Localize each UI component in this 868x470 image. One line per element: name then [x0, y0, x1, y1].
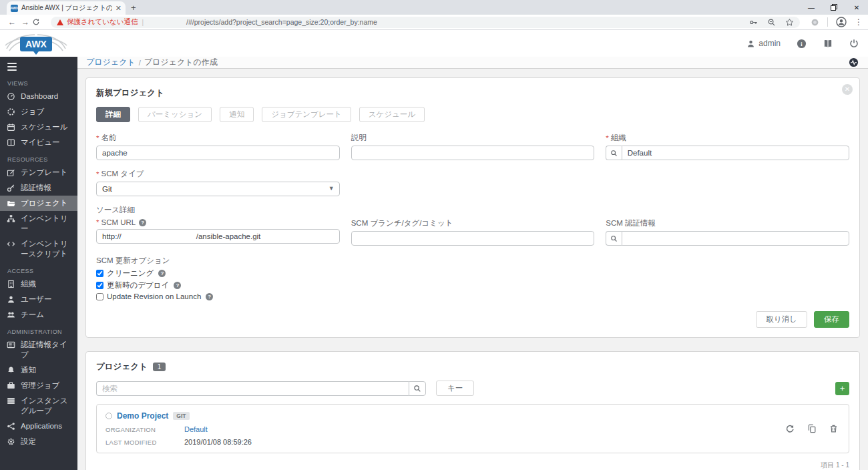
- sidebar-item-my-view[interactable]: マイビュー: [0, 135, 77, 150]
- about-info-icon[interactable]: i: [797, 39, 807, 49]
- name-label: 名前: [101, 133, 116, 143]
- scm-url-help-icon[interactable]: ?: [139, 219, 146, 226]
- scm-credential-input[interactable]: [622, 231, 849, 246]
- search-input[interactable]: [96, 381, 409, 396]
- browser-toolbar: ← → 保護されていない通信 | /#/projects/add?project…: [0, 15, 868, 30]
- project-status-icon[interactable]: [105, 413, 112, 419]
- delete-on-update-help-icon[interactable]: ?: [174, 282, 181, 289]
- sidebar-section-administration: ADMINISTRATION: [0, 322, 77, 337]
- sidebar: VIEWS Dashboard ジョブ スケジュール マイビュー RESOURC…: [0, 57, 77, 470]
- update-on-launch-help-icon[interactable]: ?: [206, 293, 213, 300]
- docs-book-icon[interactable]: [823, 39, 833, 49]
- scm-update-options-heading: SCM 更新オプション: [96, 256, 849, 266]
- tab-close-icon[interactable]: ✕: [116, 5, 122, 12]
- update-on-launch-checkbox[interactable]: [96, 293, 103, 300]
- breadcrumb-separator: /: [139, 59, 141, 67]
- project-row: Demo Project GIT ORGANIZATION Default LA…: [96, 404, 849, 453]
- reload-button[interactable]: [32, 18, 45, 26]
- scm-url-input[interactable]: http:// /ansible-apache.git: [96, 229, 340, 244]
- back-button[interactable]: ←: [5, 17, 19, 27]
- breadcrumb: プロジェクト / プロジェクトの作成: [77, 57, 868, 69]
- delete-trash-icon[interactable]: [829, 424, 838, 433]
- sidebar-item-inventories[interactable]: インベントリー: [0, 211, 77, 236]
- tab-details[interactable]: 詳細: [96, 107, 130, 122]
- address-bar[interactable]: 保護されていない通信 | /#/projects/add?project_sea…: [51, 17, 800, 28]
- cancel-button[interactable]: 取り消し: [756, 311, 807, 328]
- hamburger-menu-icon[interactable]: [0, 57, 77, 74]
- extension-icon[interactable]: [811, 18, 819, 27]
- browser-tabstrip: AWX Ansible AWX | プロジェクトの作成 ✕ + — ✕: [0, 0, 868, 15]
- logout-power-icon[interactable]: [849, 39, 859, 48]
- sidebar-item-templates[interactable]: テンプレート: [0, 165, 77, 180]
- window-close-button[interactable]: ✕: [845, 0, 868, 15]
- name-input[interactable]: [96, 146, 340, 160]
- clean-checkbox[interactable]: [96, 270, 103, 277]
- zoom-icon[interactable]: [767, 18, 776, 27]
- delete-on-update-checkbox[interactable]: [96, 282, 103, 289]
- users-icon: [7, 310, 15, 319]
- security-warning-text: 保護されていない通信: [67, 17, 138, 27]
- bookmark-star-icon[interactable]: [785, 18, 794, 27]
- tab-job-templates[interactable]: ジョブテンプレート: [262, 107, 351, 122]
- tab-notifications[interactable]: 通知: [220, 107, 254, 122]
- clean-help-icon[interactable]: ?: [158, 270, 166, 277]
- description-field-group: 説明: [351, 133, 595, 160]
- browser-menu-icon[interactable]: ⋮: [855, 17, 863, 27]
- sidebar-section-access: ACCESS: [0, 262, 77, 276]
- code-icon: [7, 240, 15, 248]
- sidebar-item-dashboard[interactable]: Dashboard: [0, 89, 77, 104]
- scm-credential-lookup-button[interactable]: [606, 231, 621, 246]
- sidebar-item-applications[interactable]: Applications: [0, 419, 77, 434]
- option-clean[interactable]: クリーニング ?: [96, 268, 849, 278]
- tab-schedules[interactable]: スケジュール: [359, 107, 425, 122]
- scm-url-label: SCM URL: [101, 218, 136, 226]
- window-restore-button[interactable]: [823, 0, 845, 15]
- activity-stream-icon[interactable]: [849, 57, 859, 67]
- search-button[interactable]: [409, 381, 426, 396]
- sidebar-item-notifications[interactable]: 通知: [0, 363, 77, 378]
- password-key-icon[interactable]: [749, 18, 758, 27]
- copy-icon[interactable]: [807, 424, 817, 433]
- organization-meta-value[interactable]: Default: [184, 425, 208, 433]
- breadcrumb-projects-link[interactable]: プロジェクト: [86, 57, 136, 68]
- add-project-button[interactable]: +: [835, 382, 849, 395]
- tab-permissions[interactable]: パーミッション: [138, 107, 212, 122]
- sidebar-item-users[interactable]: ユーザー: [0, 292, 77, 307]
- card-close-icon[interactable]: ✕: [842, 84, 853, 95]
- sidebar-item-credential-types[interactable]: 認証情報タイプ: [0, 337, 77, 363]
- scm-branch-input[interactable]: [351, 231, 595, 246]
- awx-header: AWX admin i: [0, 30, 868, 57]
- last-modified-label: LAST MODIFIED: [105, 439, 184, 446]
- sidebar-item-instance-groups[interactable]: インスタンスグループ: [0, 393, 77, 419]
- project-name-link[interactable]: Demo Project: [117, 411, 168, 421]
- description-input[interactable]: [351, 146, 595, 160]
- sidebar-item-projects[interactable]: プロジェクト: [0, 196, 77, 211]
- window-minimize-button[interactable]: —: [800, 0, 823, 15]
- current-user[interactable]: admin: [746, 39, 781, 48]
- organization-lookup-button[interactable]: [606, 146, 621, 160]
- organization-input[interactable]: [622, 146, 849, 160]
- browser-tab[interactable]: AWX Ansible AWX | プロジェクトの作成 ✕: [7, 1, 126, 15]
- option-update-on-launch[interactable]: Update Revision on Launch ?: [96, 292, 849, 300]
- sidebar-item-credentials[interactable]: 認証情報: [0, 180, 77, 196]
- sidebar-section-views: VIEWS: [0, 74, 77, 89]
- scm-sync-icon[interactable]: [785, 424, 795, 433]
- sidebar-item-inventory-scripts[interactable]: インベントリースクリプト: [0, 236, 77, 262]
- forward-button[interactable]: →: [19, 17, 32, 27]
- sidebar-item-settings[interactable]: 設定: [0, 434, 77, 449]
- option-delete-on-update[interactable]: 更新時のデプロイ ?: [96, 280, 849, 290]
- sidebar-item-management-jobs[interactable]: 管理ジョブ: [0, 378, 77, 393]
- sidebar-item-organizations[interactable]: 組織: [0, 276, 77, 292]
- search-key-button[interactable]: キー: [436, 381, 474, 396]
- scm-type-select[interactable]: [96, 182, 340, 196]
- awx-logo[interactable]: AWX: [4, 31, 68, 55]
- new-tab-button[interactable]: +: [131, 3, 136, 13]
- scm-update-options: SCM 更新オプション クリーニング ? 更新時のデプロイ ? Update R…: [96, 256, 849, 300]
- awx-favicon: AWX: [11, 5, 18, 12]
- organization-field-group: *組織: [606, 133, 849, 160]
- profile-avatar[interactable]: [836, 17, 847, 27]
- sidebar-item-teams[interactable]: チーム: [0, 307, 77, 322]
- sidebar-item-schedules[interactable]: スケジュール: [0, 120, 77, 135]
- sidebar-item-jobs[interactable]: ジョブ: [0, 104, 77, 120]
- save-button[interactable]: 保存: [814, 311, 849, 328]
